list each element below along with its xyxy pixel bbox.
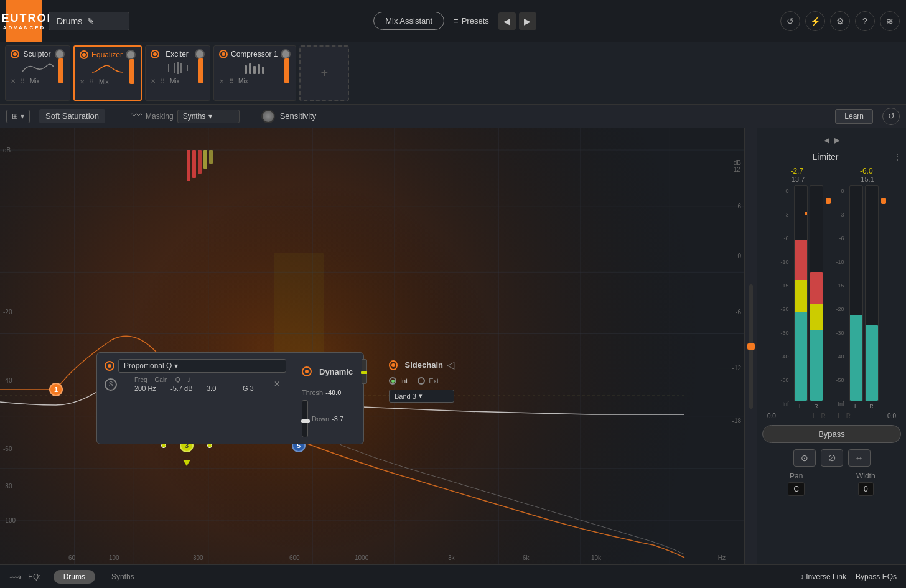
help-icon[interactable]: ? [855,11,875,31]
module-compressor[interactable]: Compressor 1 ✕ ⠿ Mix [213,45,296,101]
module-equalizer[interactable]: Equalizer ✕ ⠿ Mix [73,45,142,101]
presets-button[interactable]: ≡ Presets [454,16,489,26]
band-3-arrow-down[interactable] [183,460,190,466]
masking-waves-icon: 〰 [131,110,142,123]
sculptor-fader[interactable] [58,58,63,83]
hz-6k: 6k [523,554,530,561]
gear-icon[interactable]: ⚙ [830,11,850,31]
ext-arrow-icon[interactable]: ◁ [447,359,454,371]
scale2-minus15: -15 [836,282,844,289]
compressor-knob[interactable] [281,49,291,59]
scale-inf: -Inf [778,401,789,407]
mix-assistant-button[interactable]: Mix Assistant [373,12,444,30]
dynamic-level-indicator[interactable] [362,359,367,384]
equalizer-power[interactable] [80,50,88,59]
grid-button[interactable]: ⊞ ▾ [6,110,30,123]
exciter-knob[interactable] [195,49,205,59]
right-panel-expand-icon[interactable]: ▸ [834,133,840,147]
pan-width-row: Pan C Width 0 [762,472,901,496]
q-label: Q [175,376,180,383]
sculptor-close[interactable]: ✕ [11,78,16,85]
q-value[interactable]: 3.0 [207,385,238,392]
mono-button[interactable]: ↔ [848,449,871,467]
compressor-fader[interactable] [284,58,289,83]
bypass-button[interactable]: Bypass [762,425,901,443]
limiter-threshold-thumb-2[interactable] [881,185,886,409]
scale2-minus3: -3 [836,212,844,218]
dynamic-popup: Proportional Q ▾ S Freq Gain Q ♩ [96,352,364,444]
sculptor-knob[interactable] [55,49,65,59]
compressor-close[interactable]: ✕ [219,78,224,85]
eq-fader-track[interactable] [749,284,753,409]
sidechain-power-btn[interactable] [389,360,398,370]
module-exciter[interactable]: Exciter ✕ ⠿ Mix [145,45,210,101]
link-button[interactable]: ⊙ [793,449,816,467]
nav-next-button[interactable]: ▶ [519,12,536,30]
instrument-selector[interactable]: Drums ✎ [49,12,129,30]
band-1-node[interactable]: 1 [49,383,63,396]
right-panel-collapse-icon[interactable]: ◂ [824,133,829,147]
band-selector[interactable]: Band 3 ▾ [389,390,454,403]
meter-R-label: R [814,403,818,409]
masking-source-selector[interactable]: Synths ▾ [177,110,240,123]
thresh-value[interactable]: -40.0 [325,389,341,396]
popup-mode-selector[interactable]: Proportional Q ▾ [118,359,286,373]
lightning-icon[interactable]: ⚡ [805,11,825,31]
right-output-val: 0.0 [887,413,896,419]
waves-icon[interactable]: ≋ [880,11,900,31]
bottom-control-buttons: ⊙ ∅ ↔ [762,449,901,467]
equalizer-knob[interactable] [126,50,136,60]
nav-prev-button[interactable]: ◀ [498,12,516,30]
limiter-threshold-thumb[interactable] [826,185,831,409]
soft-saturation-label[interactable]: Soft Saturation [39,109,105,123]
dynamic-slider-thumb[interactable] [301,419,310,423]
popup-s-button[interactable]: S [105,378,117,391]
limiter-menu-icon[interactable]: ⋮ [894,152,901,161]
sculptor-power[interactable] [11,50,19,58]
exciter-close[interactable]: ✕ [151,78,156,85]
pan-value[interactable]: C [788,482,805,496]
exciter-power[interactable] [151,50,159,58]
sensitivity-knob[interactable] [261,110,275,123]
presets-label: Presets [462,16,489,26]
exciter-fader[interactable] [198,58,203,83]
popup-close-button[interactable]: ✕ [274,380,284,390]
meter-L2-bar [849,185,863,401]
tab-synths[interactable]: Synths [101,570,144,584]
bypass-eqs-button[interactable]: Bypass EQs [856,572,897,581]
compressor-power[interactable] [219,50,228,58]
down-value[interactable]: -3.7 [332,415,343,422]
right-group-meters: L R [849,185,879,409]
equalizer-bars[interactable]: ⠿ [90,78,94,85]
freq-value[interactable]: 200 Hz [134,385,166,392]
int-radio[interactable] [389,377,396,385]
popup-power-btn[interactable] [105,361,114,371]
width-value[interactable]: 0 [858,482,874,496]
dynamic-slider[interactable] [302,400,308,437]
eq-fader-thumb[interactable] [747,343,755,350]
masking-section: 〰 Masking Synths ▾ [131,110,240,123]
width-label: Width [856,472,876,480]
db-right-minus12: -12 [732,365,741,371]
dynamic-power-btn[interactable] [302,366,312,376]
sculptor-bars[interactable]: ⠿ [21,78,25,85]
gain-value[interactable]: -5.7 dB [170,385,202,392]
module-sculptor[interactable]: Sculptor ✕ ⠿ Mix [5,45,70,101]
note-value[interactable]: G 3 [243,385,274,392]
equalizer-fader[interactable] [129,59,134,84]
inverse-link-button[interactable]: ↕ Inverse Link [800,572,846,581]
compressor-bars[interactable]: ⠿ [229,78,233,85]
eq-right-fader[interactable] [744,128,757,564]
exciter-bars[interactable]: ⠿ [161,78,165,85]
db-label-minus100: -100 [3,517,16,524]
ext-radio[interactable] [418,377,425,385]
band-chevron: ▾ [419,392,423,400]
history-icon[interactable]: ↺ [780,11,800,31]
scale-minus40: -40 [778,353,789,360]
equalizer-close[interactable]: ✕ [80,78,85,85]
learn-button[interactable]: Learn [835,109,873,124]
phase-button[interactable]: ∅ [821,449,843,467]
tab-drums[interactable]: Drums [54,570,95,584]
refresh-button[interactable]: ↺ [882,108,900,125]
add-module-button[interactable]: + [299,45,349,101]
